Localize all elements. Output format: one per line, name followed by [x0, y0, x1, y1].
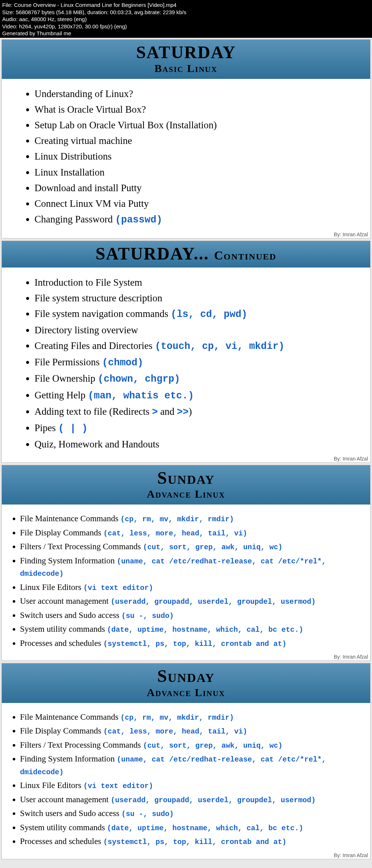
code-snippet: (uname, cat /etc/redhat-release, cat /et… — [20, 557, 326, 578]
meta-audio: Audio: aac, 48000 Hz, stereo (eng) — [2, 16, 370, 23]
topic-list: File Maintenance Commands (cp, rm, mv, m… — [35, 711, 348, 848]
topic-item: Switch users and Sudo access (su -, sudo… — [20, 609, 348, 622]
slide-credit: By: Imran Afzal — [334, 232, 368, 237]
code-snippet: (su -, sudo) — [121, 612, 174, 620]
topic-item: Adding text to file (Redirects > and >>) — [35, 405, 348, 419]
meta-generated: Generated by Thumbnail me — [2, 30, 370, 37]
code-snippet: (passwd) — [115, 214, 162, 225]
slide-header: SATURDAYBasic Linux — [2, 40, 370, 79]
slide-title: SATURDAY — [2, 43, 370, 61]
code-snippet: (vi text editor) — [83, 584, 153, 592]
code-snippet: (cut, sort, grep, awk, uniq, wc) — [143, 742, 283, 750]
code-snippet: (man, whatis etc.) — [88, 390, 194, 401]
slide-header: SundayAdvance Linux — [2, 465, 370, 505]
meta-size: Size: 56808767 bytes (54.18 MiB), durati… — [2, 9, 370, 16]
code-snippet: (ls, cd, pwd) — [171, 309, 247, 320]
topic-item: Filters / Text Processing Commands (cut,… — [20, 541, 348, 553]
topic-item: Filters / Text Processing Commands (cut,… — [20, 739, 348, 752]
topic-item: File system navigation commands (ls, cd,… — [35, 307, 348, 322]
code-snippet: (uname, cat /etc/redhat-release, cat /et… — [20, 755, 326, 776]
topic-item: File Permissions (chmod) — [35, 355, 348, 370]
slide-credit: By: Imran Afzal — [334, 852, 368, 858]
slide: SundayAdvance LinuxFile Maintenance Comm… — [1, 465, 371, 661]
code-snippet: (date, uptime, hostname, which, cal, bc … — [107, 626, 303, 634]
meta-video: Video: h264, yuv420p, 1280x720, 30.00 fp… — [2, 23, 370, 30]
code-snippet: (su -, sudo) — [121, 810, 174, 818]
topic-item: File Maintenance Commands (cp, rm, mv, m… — [20, 711, 348, 724]
topic-item: User account management (useradd, groupa… — [20, 595, 348, 608]
code-snippet: (cat, less, more, head, tail, vi) — [103, 727, 247, 736]
code-snippet: (cat, less, more, head, tail, vi) — [103, 529, 247, 538]
topic-item: Getting Help (man, whatis etc.) — [35, 388, 348, 403]
code-snippet: (chown, chgrp) — [98, 374, 180, 385]
topic-list: File Maintenance Commands (cp, rm, mv, m… — [35, 513, 348, 650]
topic-item: System utility commands (date, uptime, h… — [20, 821, 348, 834]
slide-subtitle: Basic Linux — [2, 62, 370, 75]
slide-credit: By: Imran Afzal — [334, 456, 368, 462]
slide-title: SATURDAY... Continued — [2, 245, 370, 263]
topic-item: Directory listing overview — [35, 323, 348, 337]
topic-item: Creating virtual machine — [35, 134, 348, 148]
topic-item: Download and install Putty — [35, 181, 348, 195]
code-snippet: (chmod) — [102, 357, 143, 368]
slide: SundayAdvance LinuxFile Maintenance Comm… — [1, 663, 371, 859]
topic-item: Changing Password (passwd) — [35, 212, 348, 227]
code-snippet: (useradd, groupadd, userdel, groupdel, u… — [111, 598, 316, 606]
topic-item: File Display Commands (cat, less, more, … — [20, 527, 348, 539]
meta-file: File: Course Overview - Linux Command Li… — [2, 1, 370, 9]
topic-item: Understanding of Linux? — [35, 87, 348, 101]
topic-list: Understanding of Linux?What is Oracle Vi… — [35, 87, 348, 227]
code-snippet: >> — [177, 407, 189, 418]
code-snippet: > — [152, 407, 158, 418]
slide-title: Sunday — [2, 667, 370, 685]
topic-item: Creating Files and Directories (touch, c… — [35, 339, 348, 354]
topic-item: Switch users and Sudo access (su -, sudo… — [20, 807, 348, 820]
topic-item: Linux File Editors (vi text editor) — [20, 581, 348, 594]
topic-item: User account management (useradd, groupa… — [20, 793, 348, 806]
topic-item: Connect Linux VM via Putty — [35, 197, 348, 211]
topic-item: System utility commands (date, uptime, h… — [20, 623, 348, 636]
topic-item: Introduction to File System — [35, 276, 348, 290]
code-snippet: (cp, rm, mv, mkdir, rmdir) — [121, 515, 234, 523]
topic-item: Finding System Information (uname, cat /… — [20, 555, 348, 580]
topic-item: Setup Lab on Oracle Virtual Box (Install… — [35, 118, 348, 132]
code-snippet: (date, uptime, hostname, which, cal, bc … — [107, 824, 303, 832]
topic-list: Introduction to File SystemFile system s… — [35, 276, 348, 452]
slide-header: SATURDAY... Continued — [2, 241, 370, 267]
code-snippet: (systemctl, ps, top, kill, crontab and a… — [103, 838, 286, 846]
topic-item: File Maintenance Commands (cp, rm, mv, m… — [20, 513, 348, 525]
topic-item: Linux Installation — [35, 165, 348, 180]
code-snippet: (useradd, groupadd, userdel, groupdel, u… — [111, 796, 316, 804]
slides-container: SATURDAYBasic LinuxUnderstanding of Linu… — [0, 39, 372, 859]
topic-item: Pipes ( | ) — [35, 421, 348, 436]
code-snippet: (cut, sort, grep, awk, uniq, wc) — [143, 543, 283, 551]
slide-credit: By: Imran Afzal — [334, 654, 368, 660]
code-snippet: (touch, cp, vi, mkdir) — [155, 341, 284, 352]
topic-item: Linux File Editors (vi text editor) — [20, 779, 348, 792]
topic-item: Finding System Information (uname, cat /… — [20, 753, 348, 778]
slide: SATURDAY... ContinuedIntroduction to Fil… — [1, 241, 371, 463]
slide-header: SundayAdvance Linux — [2, 663, 370, 703]
topic-item: Processes and schedules (systemctl, ps, … — [20, 637, 348, 650]
topic-item: Processes and schedules (systemctl, ps, … — [20, 835, 348, 848]
topic-item: File system structure description — [35, 291, 348, 305]
code-snippet: (systemctl, ps, top, kill, crontab and a… — [103, 640, 286, 648]
code-snippet: (cp, rm, mv, mkdir, rmdir) — [121, 714, 234, 722]
topic-item: What is Oracle Virtual Box? — [35, 103, 348, 117]
topic-item: File Ownership (chown, chgrp) — [35, 371, 348, 386]
code-snippet: (vi text editor) — [83, 782, 153, 790]
slide-subtitle: Advance Linux — [2, 488, 370, 500]
slide-subtitle: Advance Linux — [2, 686, 370, 699]
topic-item: File Display Commands (cat, less, more, … — [20, 725, 348, 738]
code-snippet: ( | ) — [58, 423, 88, 434]
video-metadata-header: File: Course Overview - Linux Command Li… — [0, 0, 372, 38]
topic-item: Linux Distributions — [35, 149, 348, 164]
topic-item: Quiz, Homework and Handouts — [35, 437, 348, 451]
slide: SATURDAYBasic LinuxUnderstanding of Linu… — [1, 39, 371, 239]
slide-title: Sunday — [2, 469, 370, 487]
